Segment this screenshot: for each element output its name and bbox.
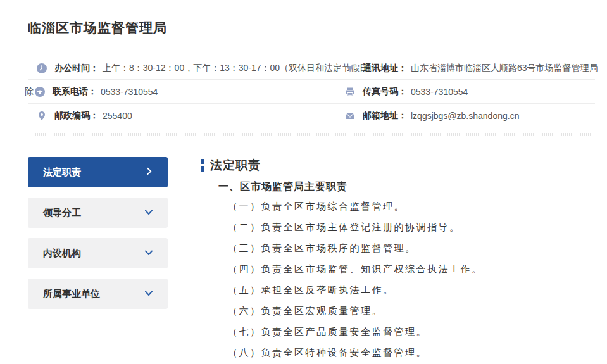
fax-label: 传真号码： <box>363 86 407 97</box>
duty-list-item: （八）负责全区特种设备安全监督管理。 <box>228 342 595 363</box>
email-value: lzqgsjbgs@zb.shandong.cn <box>411 111 519 121</box>
content-heading-title: 法定职责 <box>210 157 261 173</box>
postal-code-item: 邮政编码： 255400 <box>28 110 345 122</box>
contact-row: 邮政编码： 255400 邮箱地址： lzqgsjbgs@zb.shandong… <box>28 103 595 127</box>
fax-value: 0533-7310554 <box>411 87 468 97</box>
office-hours-label: 办公时间： <box>54 63 99 74</box>
address-item: 通讯地址： 山东省淄博市临淄区大顺路63号市场监督管理局 <box>345 63 598 74</box>
chevron-down-icon <box>144 288 154 300</box>
contact-row: 办公时间： 上午：8：30-12：00，下午：13：30-17：00（双休日和法… <box>28 58 595 79</box>
content-area: 法定职责 一、区市场监管局主要职责 （一）负责全区市场综合监督管理。 （二）负责… <box>201 157 595 363</box>
duty-list-item: （一）负责全区市场综合监督管理。 <box>228 196 595 217</box>
content-heading: 法定职责 <box>201 157 595 173</box>
phone-value: 0533-7310554 <box>101 87 158 97</box>
fax-icon <box>345 87 355 97</box>
map-pin-icon <box>37 111 47 121</box>
sidebar-item-legal-duties[interactable]: 法定职责 <box>28 157 168 187</box>
chevron-right-icon <box>144 166 154 178</box>
office-hours-item: 办公时间： 上午：8：30-12：00，下午：13：30-17：00（双休日和法… <box>28 63 345 74</box>
dashed-divider <box>28 133 595 136</box>
sidebar-item-label: 领导分工 <box>43 207 81 219</box>
contact-info-section: 办公时间： 上午：8：30-12：00，下午：13：30-17：00（双休日和法… <box>28 58 595 136</box>
email-label: 邮箱地址： <box>363 110 407 122</box>
envelope-icon <box>345 111 355 121</box>
office-hours-value: 上午：8：30-12：00，下午：13：30-17：00（双休日和法定节假日 <box>103 63 368 74</box>
postal-code-label: 邮政编码： <box>54 110 99 122</box>
duty-list-item: （二）负责全区市场主体登记注册的协调指导。 <box>228 217 595 238</box>
contact-row: 除 联系电话： 0533-7310554 传真号码： 0533-7310554 <box>28 79 595 103</box>
fax-item: 传真号码： 0533-7310554 <box>345 86 595 97</box>
clock-icon <box>37 63 47 73</box>
phone-label: 联系电话： <box>53 86 97 97</box>
address-value: 山东省淄博市临淄区大顺路63号市场监督管理局 <box>411 63 598 74</box>
section-title: 一、区市场监管局主要职责 <box>218 180 595 194</box>
phone-icon <box>35 87 45 97</box>
chevron-down-icon <box>144 248 154 260</box>
address-label: 通讯地址： <box>363 63 407 74</box>
sidebar-item-label: 所属事业单位 <box>43 288 100 300</box>
duty-list-item: （四）负责全区市场监管、知识产权综合执法工作。 <box>228 259 595 280</box>
wrapped-overflow-text: 除 <box>25 86 34 97</box>
phone-item: 除 联系电话： 0533-7310554 <box>28 86 345 97</box>
sidebar-item-label: 法定职责 <box>43 166 81 179</box>
sidebar-nav: 法定职责 领导分工 内设机构 <box>28 157 168 363</box>
postal-code-value: 255400 <box>103 111 132 121</box>
email-item: 邮箱地址： lzqgsjbgs@zb.shandong.cn <box>345 110 595 122</box>
heading-marker-icon <box>201 159 204 172</box>
page-title: 临淄区市场监督管理局 <box>28 19 595 37</box>
sidebar-item-leadership[interactable]: 领导分工 <box>28 198 168 228</box>
duty-list-item: （五）承担全区反垄断执法工作。 <box>228 280 595 301</box>
location-arrow-icon <box>345 63 355 73</box>
duty-list-item: （三）负责全区市场秩序的监督管理。 <box>228 238 595 259</box>
page: 临淄区市场监督管理局 办公时间： 上午：8：30-12：00，下午：13：30-… <box>0 0 607 364</box>
sidebar-item-affiliated-units[interactable]: 所属事业单位 <box>28 279 168 309</box>
duty-list-item: （六）负责全区宏观质量管理。 <box>228 301 595 322</box>
duty-list-item: （七）负责全区产品质量安全监督管理。 <box>228 322 595 342</box>
duty-list: （一）负责全区市场综合监督管理。 （二）负责全区市场主体登记注册的协调指导。 （… <box>228 196 595 363</box>
chevron-down-icon <box>144 207 154 219</box>
sidebar-item-label: 内设机构 <box>43 248 81 260</box>
sidebar-item-internal-orgs[interactable]: 内设机构 <box>28 238 168 268</box>
